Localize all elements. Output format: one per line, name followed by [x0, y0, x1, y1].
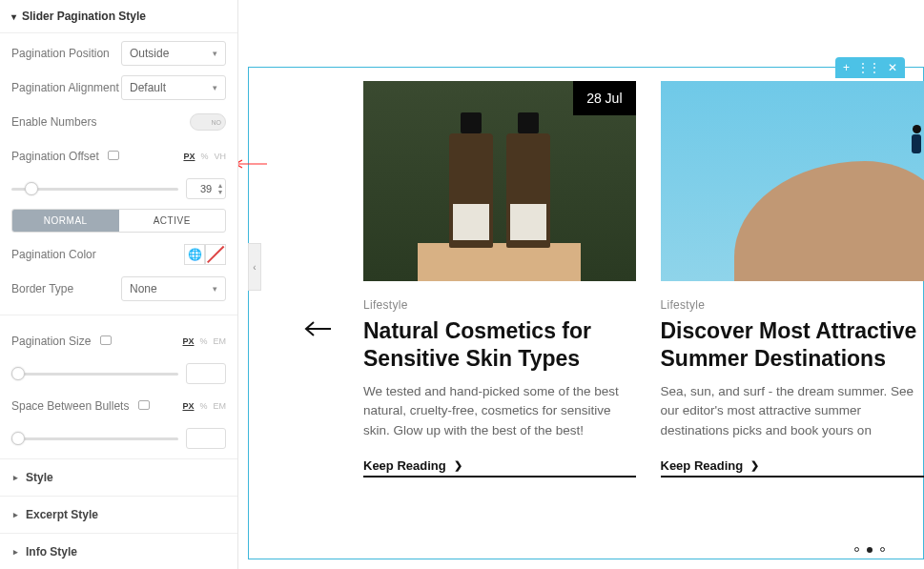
read-more-link[interactable]: Keep Reading ❯	[661, 458, 925, 478]
close-section-icon[interactable]: ✕	[888, 61, 897, 74]
post-excerpt: We tested and hand-picked some of the be…	[363, 382, 636, 442]
input-pagination-offset[interactable]: 39 ▴▾	[186, 178, 226, 199]
caret-down-icon: ▾	[11, 11, 16, 22]
section-slider-pagination-style[interactable]: ▾ Slider Pagination Style	[0, 0, 237, 33]
post-date-badge: 28 Jul	[573, 81, 635, 115]
responsive-icon[interactable]	[108, 151, 119, 160]
accordion-list: Style Excerpt Style Info Style Layout Sp…	[0, 458, 237, 569]
label-pagination-size: Pagination Size	[11, 335, 112, 348]
slider-thumb[interactable]	[25, 182, 38, 195]
unit-switch-space[interactable]: PX % EM	[182, 401, 226, 411]
label-space-between-bullets: Space Between Bullets	[11, 399, 150, 413]
chevron-right-icon: ❯	[750, 459, 759, 472]
stepper-icon[interactable]: ▴▾	[218, 182, 222, 195]
global-color-icon[interactable]: 🌐	[184, 244, 205, 265]
accordion-info-style[interactable]: Info Style	[0, 534, 237, 569]
tab-active[interactable]: ACTIVE	[119, 210, 226, 232]
preview-area: + ⋮⋮ ✕ ‹ 28 Jul Lifestyle Natural Cosmet…	[238, 0, 924, 569]
slider-space-between[interactable]	[11, 437, 178, 440]
unit-switch-offset[interactable]: PX % VH	[183, 152, 226, 161]
label-border-type: Border Type	[11, 282, 73, 295]
slider-thumb[interactable]	[11, 432, 25, 445]
post-carousel: 28 Jul Lifestyle Natural Cosmetics for S…	[363, 81, 924, 478]
chevron-right-icon: ❯	[454, 459, 462, 472]
editor-canvas: ‹ 28 Jul Lifestyle Natural Cosmetics for…	[248, 67, 924, 559]
accordion-excerpt-style[interactable]: Excerpt Style	[0, 497, 237, 534]
color-picker-none[interactable]	[205, 244, 226, 265]
section-edit-handle: + ⋮⋮ ✕	[835, 57, 905, 78]
tab-normal[interactable]: NORMAL	[12, 210, 119, 232]
panel-collapse-button[interactable]: ‹	[248, 243, 261, 291]
label-pagination-position: Pagination Position	[11, 47, 110, 60]
responsive-icon[interactable]	[100, 335, 112, 345]
input-pagination-size[interactable]	[186, 363, 226, 384]
slider-pagination-offset[interactable]	[11, 188, 178, 191]
input-space-between[interactable]	[186, 428, 226, 449]
pagination-dot-active[interactable]	[867, 547, 873, 553]
slider-prev-arrow[interactable]	[304, 315, 333, 345]
post-title[interactable]: Natural Cosmetics for Sensitive Skin Typ…	[363, 317, 636, 373]
chevron-down-icon: ▾	[213, 284, 217, 294]
read-more-link[interactable]: Keep Reading ❯	[363, 458, 636, 478]
pagination-dots	[854, 547, 885, 553]
responsive-icon[interactable]	[138, 400, 150, 410]
chevron-down-icon: ▾	[213, 49, 217, 58]
pagination-dot[interactable]	[854, 547, 859, 552]
drag-section-icon[interactable]: ⋮⋮	[857, 61, 880, 74]
toggle-enable-numbers[interactable]: NO	[190, 113, 226, 131]
add-section-icon[interactable]: +	[843, 61, 850, 74]
accordion-style[interactable]: Style	[0, 459, 237, 497]
post-category[interactable]: Lifestyle	[661, 298, 925, 312]
controls-group: Pagination Position Outside ▾ Pagination…	[0, 33, 237, 453]
select-border-type[interactable]: None ▾	[121, 276, 226, 301]
label-pagination-color: Pagination Color	[11, 248, 96, 261]
post-category[interactable]: Lifestyle	[363, 298, 636, 312]
section-title: Slider Pagination Style	[22, 10, 146, 23]
post-card[interactable]: 28 Jul Lifestyle Natural Cosmetics for S…	[363, 81, 636, 478]
post-excerpt: Sea, sun, and surf - the dream summer. S…	[661, 382, 925, 442]
chevron-down-icon: ▾	[213, 83, 217, 92]
state-tabs: NORMAL ACTIVE	[11, 209, 226, 233]
slider-thumb[interactable]	[11, 367, 25, 380]
label-pagination-alignment: Pagination Alignment	[11, 81, 119, 94]
label-enable-numbers: Enable Numbers	[11, 115, 96, 129]
post-image	[661, 81, 925, 281]
post-card[interactable]: Lifestyle Discover Most Attractive Summe…	[661, 81, 925, 478]
unit-switch-size[interactable]: PX % EM	[182, 336, 226, 346]
slider-pagination-size[interactable]	[11, 373, 178, 376]
post-image: 28 Jul	[363, 81, 636, 281]
style-sidebar: ▾ Slider Pagination Style Pagination Pos…	[0, 0, 238, 569]
pagination-dot[interactable]	[880, 547, 885, 552]
label-pagination-offset: Pagination Offset	[11, 150, 119, 163]
post-title[interactable]: Discover Most Attractive Summer Destinat…	[661, 317, 925, 373]
select-pagination-position[interactable]: Outside ▾	[121, 41, 226, 66]
select-pagination-alignment[interactable]: Default ▾	[121, 75, 226, 100]
